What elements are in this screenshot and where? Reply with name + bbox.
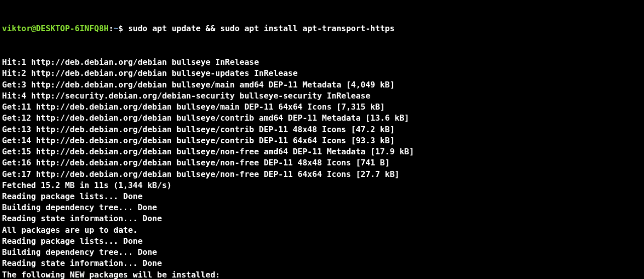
terminal-output: Hit:1 http://deb.debian.org/debian bulls… [2,57,642,279]
terminal-window[interactable]: viktor@DESKTOP-6INFQ8H:~$ sudo apt updat… [2,1,642,279]
prompt-user-host: viktor@DESKTOP-6INFQ8H [2,24,109,33]
prompt-path: ~ [114,24,119,33]
output-line: Get:14 http://deb.debian.org/debian bull… [2,135,642,146]
output-line: Get:16 http://deb.debian.org/debian bull… [2,157,642,168]
output-line: Get:15 http://deb.debian.org/debian bull… [2,146,642,157]
output-line: Reading state information... Done [2,213,642,224]
output-line: Building dependency tree... Done [2,247,642,258]
output-line: Reading package lists... Done [2,236,642,247]
prompt-colon: : [109,24,114,33]
output-line: Get:12 http://deb.debian.org/debian bull… [2,113,642,124]
output-line: Get:13 http://deb.debian.org/debian bull… [2,124,642,135]
output-line: Get:17 http://deb.debian.org/debian bull… [2,169,642,180]
output-line: Fetched 15.2 MB in 11s (1,344 kB/s) [2,180,642,191]
output-line: Reading state information... Done [2,258,642,269]
output-line: Building dependency tree... Done [2,202,642,213]
output-line: Get:11 http://deb.debian.org/debian bull… [2,102,642,113]
output-line: Hit:4 http://security.debian.org/debian-… [2,90,642,102]
output-line: The following NEW packages will be insta… [2,269,642,279]
prompt-symbol: $ [118,24,128,33]
output-line: Hit:1 http://deb.debian.org/debian bulls… [2,57,642,68]
command-text: sudo apt update && sudo apt install apt-… [128,24,394,33]
prompt-line: viktor@DESKTOP-6INFQ8H:~$ sudo apt updat… [2,23,642,34]
output-line: Get:3 http://deb.debian.org/debian bulls… [2,79,642,90]
output-line: Reading package lists... Done [2,191,642,202]
output-line: Hit:2 http://deb.debian.org/debian bulls… [2,68,642,79]
output-line: All packages are up to date. [2,225,642,236]
